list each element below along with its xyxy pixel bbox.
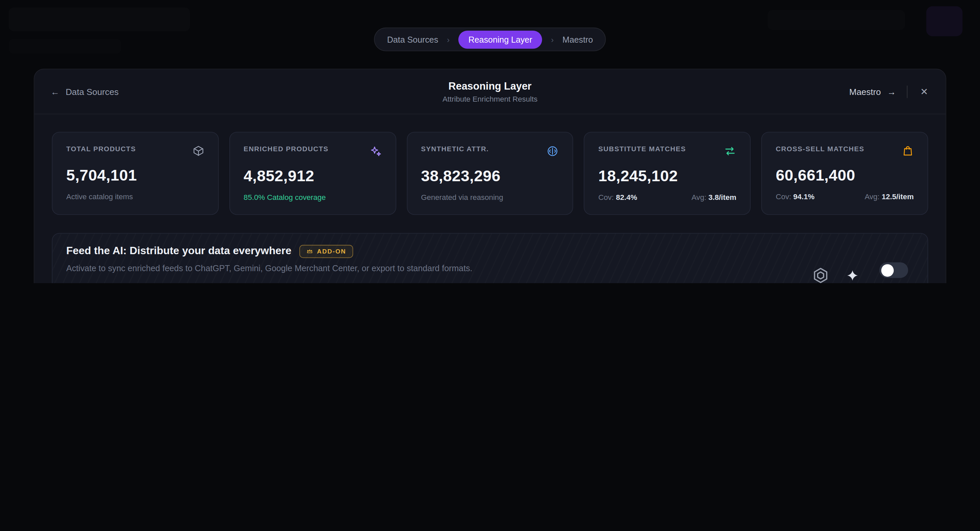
openai-icon [811, 266, 830, 283]
stat-subtext: 85.0% Catalog coverage [243, 193, 382, 201]
swap-arrows-icon [724, 145, 737, 158]
stat-label: SUBSTITUTE MATCHES [598, 145, 686, 152]
stat-subtext: Generated via reasoning [421, 193, 559, 201]
background-blur-shape [9, 8, 190, 31]
addon-banner: Feed the AI: Distribute your data everyw… [52, 233, 928, 283]
breadcrumb-item-data-sources[interactable]: Data Sources [387, 35, 438, 44]
average-label: Avg: [865, 193, 880, 201]
shopping-bag-icon [902, 145, 914, 157]
close-button[interactable]: ✕ [919, 85, 929, 98]
stat-label: ENRICHED PRODUCTS [243, 145, 329, 152]
stat-subtext: Cov: 94.1% Avg: 12.5/item [776, 193, 914, 201]
addon-badge-label: ADD-ON [317, 247, 346, 255]
stat-card-enriched-products: ENRICHED PRODUCTS 4,852,912 85.0% Catalo… [229, 132, 396, 215]
reasoning-layer-modal: ← Data Sources Reasoning Layer Attribute… [33, 69, 947, 283]
stat-value: 5,704,101 [66, 166, 204, 184]
coverage-value: 94.1% [793, 193, 815, 201]
app-root: Data Sources › Reasoning Layer › Maestro… [0, 0, 980, 283]
modal-header: ← Data Sources Reasoning Layer Attribute… [34, 69, 946, 114]
stat-card-substitute-matches: SUBSTITUTE MATCHES 18,245,102 Cov: 82.4%… [584, 132, 751, 215]
back-button[interactable]: ← Data Sources [51, 87, 119, 97]
background-blur-shape [768, 10, 905, 30]
chevron-right-icon: › [551, 35, 554, 44]
header-divider [907, 85, 908, 98]
background-blur-shape [926, 6, 963, 36]
toggle-status-label: INACTIVE [878, 282, 910, 284]
background-blur-shape [9, 39, 121, 54]
back-button-label: Data Sources [66, 87, 119, 97]
header-right: Maestro → ✕ [850, 85, 929, 98]
coverage-label: Cov: [776, 193, 791, 201]
stat-label: SYNTHETIC ATTR. [421, 145, 489, 152]
breadcrumb: Data Sources › Reasoning Layer › Maestro [374, 28, 606, 51]
forward-button[interactable]: Maestro → [850, 87, 896, 97]
coverage-label: Cov: [598, 193, 614, 201]
stat-label: CROSS-SELL MATCHES [776, 145, 864, 152]
stats-row: TOTAL PRODUCTS 5,704,101 Active catalog … [52, 132, 928, 215]
stat-subtext: Cov: 82.4% Avg: 3.8/item [598, 193, 737, 201]
banner-description: Activate to sync enriched feeds to ChatG… [66, 263, 473, 273]
arrow-right-icon: → [887, 87, 896, 97]
chevron-right-icon: › [447, 35, 450, 44]
average-value: 12.5/item [882, 193, 914, 201]
addon-badge: ADD-ON [300, 244, 353, 257]
stat-card-synthetic-attr: SYNTHETIC ATTR. 38,823,296 Generated via… [407, 132, 573, 215]
page-title: Reasoning Layer [442, 80, 537, 92]
stat-value: 4,852,912 [243, 167, 382, 185]
stat-card-cross-sell-matches: CROSS-SELL MATCHES 60,661,400 Cov: 94.1%… [761, 132, 928, 215]
breadcrumb-item-reasoning-layer[interactable]: Reasoning Layer [458, 30, 542, 48]
stat-label: TOTAL PRODUCTS [66, 145, 136, 152]
title-block: Reasoning Layer Attribute Enrichment Res… [442, 80, 537, 103]
coverage-value: 82.4% [616, 193, 637, 201]
forward-button-label: Maestro [850, 87, 881, 97]
stat-value: 38,823,296 [421, 167, 559, 185]
toggle-knob [881, 264, 894, 276]
stat-subtext: Active catalog items [66, 193, 204, 201]
average-label: Avg: [691, 193, 706, 201]
breadcrumb-item-maestro[interactable]: Maestro [562, 35, 593, 44]
page-subtitle: Attribute Enrichment Results [442, 94, 537, 103]
arrow-left-icon: ← [51, 87, 59, 97]
stat-value: 60,661,400 [776, 166, 914, 184]
stat-value: 18,245,102 [598, 167, 737, 185]
feed-sync-toggle[interactable] [879, 263, 908, 278]
gemini-sparkle-icon [846, 269, 859, 282]
package-icon [192, 145, 204, 157]
crown-icon [306, 247, 313, 255]
banner-title: Feed the AI: Distribute your data everyw… [66, 245, 291, 257]
brain-icon [546, 145, 559, 158]
average-value: 3.8/item [708, 193, 737, 201]
stat-card-total-products: TOTAL PRODUCTS 5,704,101 Active catalog … [52, 132, 219, 215]
sparkles-icon [369, 145, 382, 158]
